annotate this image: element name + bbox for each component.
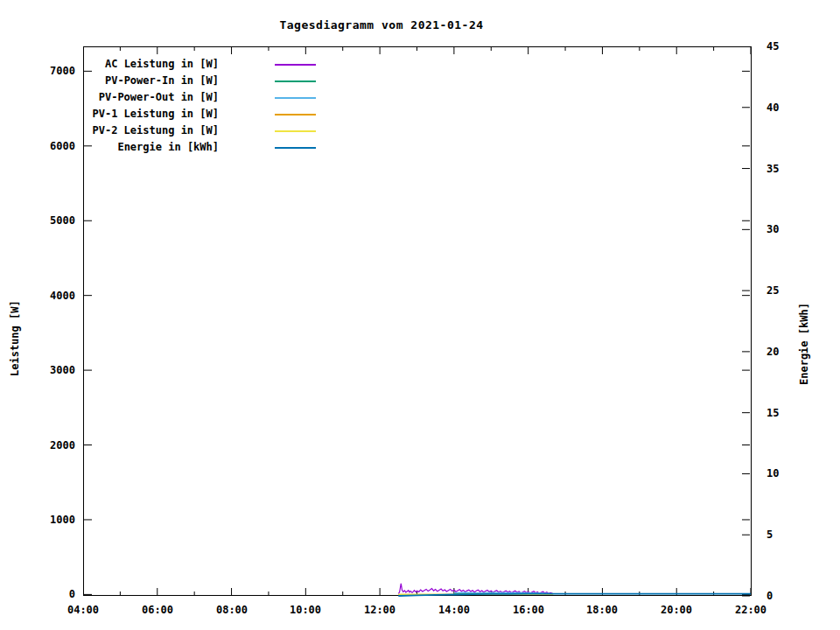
legend-label-2: PV-Power-Out in [W] <box>83 89 219 106</box>
legend-row-5: Energie in [kWh] <box>83 139 328 156</box>
legend-row-4: PV-2 Leistung in [W] <box>83 122 328 139</box>
x-tick-08:00: 08:00 <box>204 604 260 616</box>
legend-row-2: PV-Power-Out in [W] <box>83 89 328 106</box>
legend-line-sample-3 <box>275 114 316 116</box>
legend-label-3: PV-1 Leistung in [W] <box>83 106 219 122</box>
series-line-0 <box>398 584 553 594</box>
y-left-tick-3000: 3000 <box>21 364 75 376</box>
x-tick-14:00: 14:00 <box>426 604 482 616</box>
legend-line-sample-0 <box>275 64 316 66</box>
legend-row-1: PV-Power-In in [W] <box>83 73 328 89</box>
y-right-tick-25: 25 <box>766 284 805 297</box>
legend-label-1: PV-Power-In in [W] <box>83 73 219 89</box>
x-tick-12:00: 12:00 <box>352 604 408 616</box>
x-tick-10:00: 10:00 <box>277 604 333 616</box>
y-right-tick-15: 15 <box>766 407 805 419</box>
x-tick-18:00: 18:00 <box>574 604 630 616</box>
legend: AC Leistung in [W]PV-Power-In in [W]PV-P… <box>83 56 328 156</box>
y-right-tick-5: 5 <box>766 528 805 541</box>
y-right-tick-35: 35 <box>766 163 805 175</box>
y-left-tick-4000: 4000 <box>21 290 75 302</box>
y-left-tick-1000: 1000 <box>21 514 75 526</box>
y-right-tick-0: 0 <box>766 590 805 602</box>
y-right-tick-40: 40 <box>766 102 805 114</box>
y-right-tick-45: 45 <box>766 40 805 52</box>
chart-title: Tagesdiagramm vom 2021-01-24 <box>14 18 749 32</box>
legend-line-sample-5 <box>275 147 316 149</box>
y-left-tick-2000: 2000 <box>21 439 75 452</box>
legend-line-sample-4 <box>275 130 316 132</box>
y-right-tick-30: 30 <box>766 223 805 235</box>
y-left-tick-0: 0 <box>21 588 75 600</box>
chart-canvas: Tagesdiagramm vom 2021-01-24 Leistung [W… <box>0 0 840 630</box>
legend-label-5: Energie in [kWh] <box>83 139 219 156</box>
x-tick-06:00: 06:00 <box>130 604 186 616</box>
x-tick-20:00: 20:00 <box>648 604 704 616</box>
y-left-tick-5000: 5000 <box>21 214 75 227</box>
y-left-tick-7000: 7000 <box>21 65 75 77</box>
y-axis-left-label: Leistung [W] <box>9 300 21 376</box>
legend-line-sample-2 <box>275 97 316 99</box>
legend-line-sample-1 <box>275 80 316 82</box>
y-left-tick-6000: 6000 <box>21 140 75 152</box>
y-right-tick-10: 10 <box>766 467 805 480</box>
legend-label-4: PV-2 Leistung in [W] <box>83 122 219 139</box>
y-axis-right-label: Energie [kWh] <box>798 303 810 385</box>
y-right-tick-20: 20 <box>766 346 805 358</box>
x-tick-22:00: 22:00 <box>723 604 779 616</box>
x-tick-04:00: 04:00 <box>55 604 111 616</box>
legend-row-3: PV-1 Leistung in [W] <box>83 106 328 122</box>
x-tick-16:00: 16:00 <box>500 604 556 616</box>
legend-label-0: AC Leistung in [W] <box>83 56 219 73</box>
legend-row-0: AC Leistung in [W] <box>83 56 328 73</box>
